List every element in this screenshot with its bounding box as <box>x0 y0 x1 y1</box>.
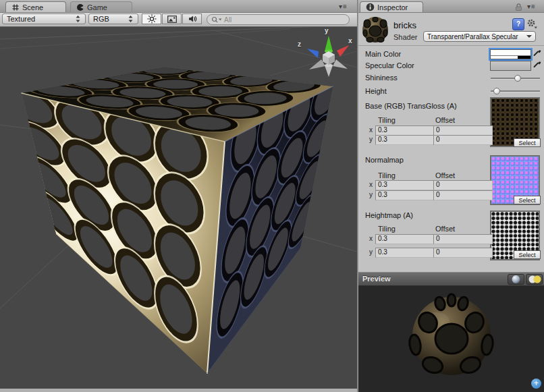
material-preview-area[interactable]: + <box>358 286 544 392</box>
offset-header: Offset <box>435 225 455 233</box>
preview-sphere <box>358 286 544 392</box>
slider-handle[interactable] <box>493 88 500 94</box>
scene-skybox-toggle[interactable] <box>162 13 182 24</box>
scene-tabbar: Scene Game ▾≡ <box>0 0 357 13</box>
shader-dropdown[interactable]: Transparent/Parallax Specular <box>423 31 536 42</box>
preview-title: Preview <box>362 275 391 283</box>
normal-tiling-y-field[interactable]: 0.3 <box>375 190 435 200</box>
game-icon <box>76 3 84 11</box>
gear-icon[interactable] <box>526 18 538 30</box>
heightmap-label: Heightmap (A) <box>365 211 413 219</box>
add-icon[interactable]: + <box>531 379 541 389</box>
normalmap-label: Normalmap <box>365 156 404 164</box>
base-tiling-y-field[interactable]: 0.3 <box>375 135 435 145</box>
updown-arrows-icon <box>128 15 134 23</box>
normal-offset-x-field[interactable]: 0 <box>433 180 493 190</box>
inspector-panel-menu-icon[interactable]: ▾≡ <box>527 3 536 10</box>
help-glyph: ? <box>516 20 520 28</box>
color-channels-dropdown[interactable]: RGB <box>88 13 138 24</box>
base-tiling-x-field[interactable]: 0.3 <box>375 125 435 136</box>
tiling-header: Tiling <box>378 171 396 179</box>
plus-glyph: + <box>534 379 539 388</box>
height-label: Height <box>365 87 387 95</box>
x-row-label: x <box>369 126 373 134</box>
scene-panel-menu-icon[interactable]: ▾≡ <box>339 3 348 10</box>
scene-grid-icon <box>11 3 20 11</box>
y-row-label: y <box>369 191 373 198</box>
gizmo-x-label[interactable]: x <box>348 37 352 45</box>
chevron-down-icon <box>526 35 532 40</box>
material-ball-icon <box>360 16 390 45</box>
base-offset-x-field[interactable]: 0 <box>433 125 493 136</box>
offset-header: Offset <box>435 171 455 179</box>
scene-lighting-toggle[interactable] <box>142 13 161 24</box>
x-row-label: x <box>369 235 373 242</box>
y-row-label: y <box>369 136 373 143</box>
eyedropper-icon[interactable] <box>533 59 541 69</box>
base-map-select-button[interactable]: Select <box>514 138 541 147</box>
tab-inspector[interactable]: Inspector <box>360 1 423 12</box>
game-tab-label: Game <box>87 3 107 11</box>
tiling-header: Tiling <box>378 116 396 124</box>
main-color-label: Main Color <box>365 50 401 58</box>
tab-scene[interactable]: Scene <box>5 1 66 12</box>
height-slider[interactable] <box>491 87 540 95</box>
search-icon <box>211 16 222 23</box>
shader-label: Shader <box>393 33 417 41</box>
shininess-slider[interactable] <box>491 74 540 82</box>
header-separator <box>358 45 544 46</box>
info-icon <box>366 3 375 11</box>
shader-value: Transparent/Parallax Specular <box>427 33 526 40</box>
image-icon <box>167 16 177 23</box>
help-button[interactable]: ? <box>512 18 524 30</box>
height-offset-x-field[interactable]: 0 <box>433 234 493 244</box>
scene-viewport[interactable] <box>0 0 357 392</box>
unity-editor-window: y x z Scene Game ▾≡ <box>0 0 544 392</box>
window-bottom-strip <box>0 389 357 392</box>
lock-icon[interactable] <box>515 3 522 11</box>
scene-panel: y x z Scene Game ▾≡ <box>0 0 357 392</box>
scene-audio-toggle[interactable] <box>182 13 202 24</box>
two-lights-icon <box>527 275 542 284</box>
inspector-panel: Inspector ▾≡ <box>358 0 544 392</box>
gizmo-y-label[interactable]: y <box>325 27 329 34</box>
sun-icon <box>147 14 157 24</box>
offset-header: Offset <box>435 116 455 124</box>
base-map-label: Base (RGB) TransGloss (A) <box>365 102 457 110</box>
normalmap-select-button[interactable]: Select <box>514 196 541 204</box>
gizmo-z-label[interactable]: z <box>298 40 301 48</box>
inspector-tab-label: Inspector <box>377 3 408 11</box>
color-channels-value: RGB <box>93 15 128 23</box>
speaker-icon <box>188 15 197 23</box>
material-name: bricks <box>393 20 416 30</box>
draw-mode-value: Textured <box>7 15 75 23</box>
updown-arrows-icon <box>75 15 81 23</box>
inspector-tabbar: Inspector ▾≡ <box>358 0 544 13</box>
tiling-header: Tiling <box>378 225 396 233</box>
alpha-bar <box>491 55 531 59</box>
main-color-swatch[interactable] <box>490 49 531 59</box>
x-row-label: x <box>369 181 373 188</box>
eyedropper-icon[interactable] <box>533 48 541 57</box>
base-offset-y-field[interactable]: 0 <box>433 135 493 145</box>
draw-mode-dropdown[interactable]: Textured <box>2 13 86 24</box>
height-tiling-x-field[interactable]: 0.3 <box>375 234 435 244</box>
specular-color-label: Specular Color <box>365 61 414 69</box>
search-filter-text: All <box>224 16 232 24</box>
normal-tiling-x-field[interactable]: 0.3 <box>375 180 435 190</box>
preview-header[interactable]: Preview <box>358 272 544 286</box>
specular-color-swatch[interactable] <box>490 61 531 71</box>
preview-sphere-button[interactable] <box>508 274 524 285</box>
scene-search-field[interactable]: All <box>207 14 350 25</box>
height-tiling-y-field[interactable]: 0.3 <box>375 248 435 258</box>
normal-offset-y-field[interactable]: 0 <box>433 190 493 200</box>
preview-lighting-button[interactable] <box>526 274 543 285</box>
shininess-label: Shininess <box>365 74 398 82</box>
slider-handle[interactable] <box>514 75 521 82</box>
heightmap-select-button[interactable]: Select <box>514 250 541 259</box>
sphere-icon <box>510 275 522 284</box>
height-offset-y-field[interactable]: 0 <box>433 248 493 258</box>
tab-game[interactable]: Game <box>70 1 132 12</box>
scene-toolbar: Textured RGB <box>0 12 357 27</box>
scene-tab-label: Scene <box>22 3 43 11</box>
